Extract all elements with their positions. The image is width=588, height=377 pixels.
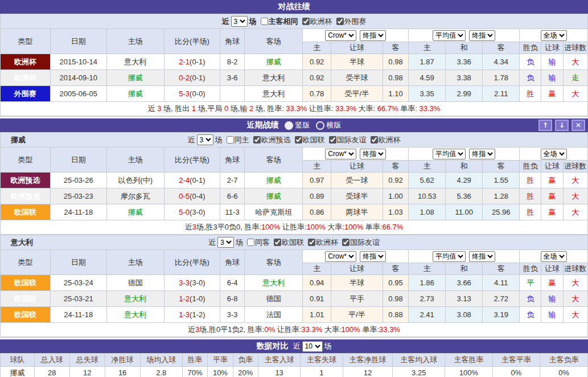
table-row: 欧国联 25-03-21 意大利 1-2(1-0) 6-8 德国 0.91 平手… [1,291,588,307]
match-date: 2014-09-10 [50,70,106,86]
team-name: 意大利 [11,237,33,248]
col-eu-home: 主 [409,42,446,54]
bookie-select[interactable]: Crow* [325,251,356,262]
qualifier-checkbox[interactable] [336,18,344,25]
euro-cup-checkbox[interactable] [302,18,310,25]
avg-select[interactable]: 平均值 [433,30,466,41]
ah-home-odds: 0.92 [303,54,331,70]
final-odds-select-2[interactable]: 终指 [469,30,495,41]
same-away-label: 同客 [255,237,270,248]
vertical-layout-label: 竖版 [295,120,310,130]
team-name: 挪威 [11,135,26,145]
scope-select[interactable]: 全场 [541,30,567,41]
italy-team-row: 意大利 近 3 场 同客 欧国联 欧洲杯 国际友谊 [0,235,588,249]
move-down-button[interactable]: ↓ [555,120,569,131]
horizontal-layout-radio[interactable] [316,121,324,130]
head-to-head-header: 对战往绩 [0,0,588,14]
ah-line: 半球 [331,54,383,70]
result-goals: 大 [563,54,587,70]
vertical-layout-radio[interactable] [285,121,293,130]
col-date: 日期 [50,29,106,54]
col-wdl: 胜负 [520,42,541,54]
data-compare-header: 数据对比 近 10 场 [0,339,588,353]
h2h-table: 类型 日期 主场 比分(半场) 角球 客场 Crow*终指 平均值终指 全场 主… [0,28,588,116]
section-title: 对战往绩 [278,2,310,12]
euro-cup-checkbox[interactable] [308,239,315,246]
same-home-away-checkbox[interactable] [261,18,268,25]
move-up-button[interactable]: ↑ [538,120,552,131]
horizontal-layout-label: 横版 [327,120,342,130]
same-home-away-label: 主客相同 [269,17,298,27]
norway-count-select[interactable]: 3 [197,134,213,145]
match-type: 欧洲杯 [1,54,51,70]
euro-cup-checkbox[interactable] [371,136,378,144]
section-title: 近期战绩 [247,120,279,130]
header-row-selects: 类型 日期 主场 比分(半场) 角球 客场 Crow*终指 平均值终指 全场 [1,29,588,42]
col-ah-away: 客 [383,42,408,54]
col-home: 主场 [106,29,164,54]
same-home-checkbox[interactable] [227,136,234,144]
col-ah-home: 主 [303,42,331,54]
near-label: 近 [222,17,229,27]
scope-select[interactable]: 全场 [541,149,567,159]
table-row: 欧国联 24-11-18 挪威 5-0(3-0) 11-3 哈萨克斯坦 0.86… [1,204,588,220]
table-row: 欧国联 25-03-24 德国 3-3(3-0) 6-4 意大利 0.94 半球… [1,275,588,291]
corners: 8-2 [220,54,244,70]
away-team: 意大利 [245,70,303,86]
nations-league-checkbox[interactable] [295,136,302,144]
table-row: 欧洲杯 2015-10-14 意大利 2-1(0-1) 8-2 挪威 0.92 … [1,54,588,70]
match-date: 2005-06-05 [50,86,106,102]
nations-league-checkbox[interactable] [274,239,281,246]
avg-select[interactable]: 平均值 [433,251,466,262]
italy-filter-bar: 近 3 场 同客 欧国联 欧洲杯 国际友谊 [1,237,587,248]
col-corner: 角球 [220,29,244,54]
close-button[interactable]: ✕ [571,120,585,131]
recent-results-section: 近期战绩 竖版 横版 ↑ ↓ ✕ 挪威 近 3 场 同主 欧洲预选 欧国联 国际… [0,118,588,338]
col-type: 类型 [1,29,51,54]
final-odds-select-2[interactable]: 终指 [469,149,495,159]
table-row: 外围赛 2005-06-05 挪威 5-3(0-0) 意大利 0.78 受平/半… [1,86,588,102]
same-away-checkbox[interactable] [247,239,254,246]
final-odds-select[interactable]: 终指 [360,30,386,41]
panel-controls: ↑ ↓ ✕ [538,120,585,131]
section-title: 数据对比 [257,341,289,351]
match-date: 2015-10-14 [50,54,106,70]
final-odds-select[interactable]: 终指 [360,149,386,159]
recent-results-header: 近期战绩 竖版 横版 ↑ ↓ ✕ [0,118,588,132]
euro-qualifier-checkbox[interactable] [253,136,261,144]
norway-filter-bar: 近 3 场 同主 欧洲预选 欧国联 国际友谊 欧洲杯 [1,134,587,145]
norway-team-row: 挪威 近 3 场 同主 欧洲预选 欧国联 国际友谊 欧洲杯 [0,132,588,147]
compare-header-row: 球队 总入球 总失球 净胜球 场均入球 胜率 平率 负率 主客入球 主客失球 主… [1,354,588,367]
match-type: 外围赛 [1,86,51,102]
bookie-select[interactable]: Crow* [325,30,356,41]
col-away: 客场 [245,29,303,54]
header-row-selects: 类型 日期 主场 比分(半场) 角球 客场 Crow*终指 平均值终指 全场 [1,147,588,161]
friendly-checkbox[interactable] [329,136,336,144]
score: 2-1(0-1) [164,54,220,70]
away-team: 意大利 [245,86,303,102]
eu-bookie-cell: 平均值终指 [409,29,520,42]
col-ah-line: 让球 [331,42,383,54]
table-row: 欧洲预选 25-03-26 以色列(中) 2-4(0-1) 2-7 挪威 0.9… [1,173,588,188]
header-row-selects: 类型 日期 主场 比分(半场) 角球 客场 Crow*终指 平均值终指 全场 [1,250,588,263]
table-row: 欧洲杯 2014-09-10 挪威 0-2(0-1) 3-6 意大利 0.92 … [1,70,588,86]
corners: 3-6 [220,70,244,86]
table-row: 欧国联 24-11-18 意大利 1-3(1-2) 3-3 法国 1.01 平/… [1,307,588,323]
result-wdl: 负 [520,54,541,70]
compare-count-select[interactable]: 10 [302,341,323,352]
italy-count-select[interactable]: 3 [217,237,234,248]
summary-row: 近 3 场, 胜出 1 场,平局 0 场,输 2 场, 胜率: 33.3% 让胜… [1,102,588,116]
norway-table: 类型 日期 主场 比分(半场) 角球 客场 Crow*终指 平均值终指 全场 主… [0,147,588,235]
eu-away-odds: 4.34 [483,54,520,70]
bookie-select[interactable]: Crow* [325,149,356,159]
col-eu-away: 客 [483,42,520,54]
final-odds-select-2[interactable]: 终指 [469,251,495,262]
compare-table: 球队 总入球 总失球 净胜球 场均入球 胜率 平率 负率 主客入球 主客失球 主… [0,353,588,377]
col-handicap: 让球 [541,42,563,54]
h2h-count-select[interactable]: 3 [231,16,248,27]
corners [220,86,244,102]
final-odds-select[interactable]: 终指 [360,251,386,262]
friendly-checkbox[interactable] [342,239,349,246]
scope-select[interactable]: 全场 [541,251,567,262]
avg-select[interactable]: 平均值 [433,149,466,159]
